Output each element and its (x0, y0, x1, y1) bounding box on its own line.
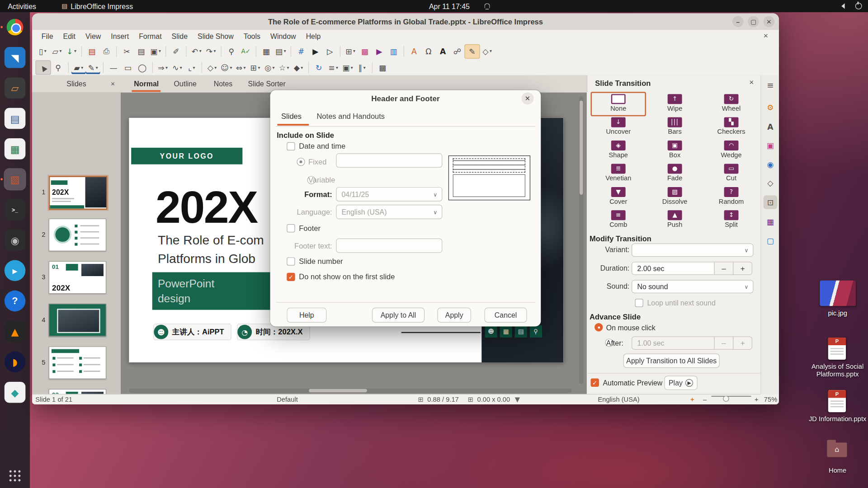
dialog-tab-slides[interactable]: Slides (281, 113, 302, 121)
basic-shapes-icon[interactable]: ◇ (205, 61, 219, 74)
fixed-radio[interactable] (297, 158, 305, 166)
transition-bars[interactable]: |||Bars (648, 116, 702, 138)
zoom-in-button[interactable]: + (755, 396, 759, 404)
curve-icon[interactable]: ∿ (170, 61, 184, 74)
menu-insert[interactable]: Insert (106, 30, 134, 42)
apply-button[interactable]: Apply (437, 308, 471, 323)
writer-icon[interactable]: ▤ (5, 108, 26, 129)
desktop-icon-analysis-pptx[interactable]: P (828, 338, 846, 360)
insert-table-icon[interactable]: ⊞ (343, 45, 358, 58)
display-views-icon[interactable]: ▤ (274, 45, 288, 58)
menu-tools[interactable]: Tools (239, 30, 265, 42)
footer-text-input[interactable] (336, 239, 442, 253)
automatic-preview-checkbox[interactable]: ✓ (591, 379, 599, 387)
zoom-out-button[interactable]: – (703, 396, 707, 404)
menu-slideshow[interactable]: Slide Show (193, 30, 239, 42)
tab-slide-sorter[interactable]: Slide Sorter (245, 79, 289, 89)
activities-button[interactable]: Activities (8, 2, 36, 10)
slide-thumbnail-4[interactable] (49, 304, 106, 336)
apply-transition-all-button[interactable]: Apply Transition to All Slides (623, 353, 720, 368)
not-first-slide-checkbox[interactable]: ✓ (287, 273, 295, 281)
close-button[interactable]: ✕ (764, 16, 774, 27)
insert-image-icon[interactable]: ▩ (358, 45, 372, 58)
helplines-icon[interactable]: # (294, 45, 308, 58)
after-input[interactable]: 1.00 sec (632, 336, 715, 349)
document-modified-icon[interactable]: ▼ (515, 396, 520, 404)
sidebar-styles-icon[interactable]: A (764, 119, 778, 133)
footer-checkbox[interactable] (287, 224, 295, 232)
ellipse-icon[interactable]: ◯ (135, 61, 150, 74)
sidebar-animation-icon[interactable]: ▦ (764, 215, 778, 229)
desktop-label-jd[interactable]: JD Information.pptx (804, 415, 868, 422)
sidebar-master-slides-icon[interactable]: ▢ (764, 234, 778, 248)
slide-thumbnail-1[interactable]: 202X (49, 176, 108, 210)
play-button[interactable]: Play ▶ (664, 375, 697, 390)
insert-media-icon[interactable]: ▶ (372, 45, 387, 58)
desktop-icon-home-folder[interactable]: ⌂ (827, 443, 847, 460)
on-mouse-click-radio[interactable] (594, 323, 603, 331)
insert-line-icon[interactable]: — (106, 61, 121, 74)
symbol-shapes-icon[interactable]: ☺ (219, 61, 234, 74)
transition-comb[interactable]: ≡Comb (592, 209, 645, 231)
show-draw-functions-icon[interactable]: ✎ (464, 44, 480, 58)
vscode-icon[interactable]: ◥ (5, 47, 26, 68)
slide-thumbnail-2[interactable] (49, 219, 106, 251)
menu-view[interactable]: View (80, 30, 106, 42)
variant-select[interactable] (632, 244, 753, 257)
redo-icon[interactable]: ↷ (204, 45, 218, 58)
menu-window[interactable]: Window (265, 30, 301, 42)
transition-box[interactable]: ▣Box (648, 140, 702, 162)
panel-close-icon[interactable]: ✕ (749, 79, 754, 86)
transition-random[interactable]: ?Random (705, 186, 758, 208)
insert-textbox-icon[interactable]: A (407, 45, 421, 58)
transition-shape[interactable]: ◈Shape (592, 140, 645, 162)
horizontal-scrollbar[interactable] (129, 389, 572, 393)
transition-split[interactable]: ↕Split (705, 209, 758, 231)
special-character-icon[interactable]: Ω (421, 45, 436, 58)
transition-checkers[interactable]: ▚Checkers (705, 116, 758, 138)
text-language[interactable]: English (USA) (598, 396, 639, 404)
dialog-tab-notes[interactable]: Notes and Handouts (316, 113, 385, 121)
help-icon[interactable]: ? (5, 291, 26, 312)
lines-arrows-icon[interactable]: ⇒ (156, 61, 170, 74)
transition-wipe[interactable]: ↑Wipe (648, 93, 702, 115)
paste-icon[interactable]: ▣ (148, 45, 163, 58)
print-icon[interactable]: ⎙ (99, 45, 113, 58)
notification-bell-icon[interactable] (484, 3, 490, 8)
transition-wheel[interactable]: ↻Wheel (705, 93, 758, 115)
focused-app-name[interactable]: LibreOffice Impress (71, 2, 133, 10)
slideshow-from-current-icon[interactable]: ▷ (323, 45, 337, 58)
align-objects-icon[interactable]: ≡ (326, 61, 340, 74)
cancel-button[interactable]: Cancel (484, 308, 527, 323)
loop-checkbox[interactable] (635, 299, 643, 307)
slides-panel-close-icon[interactable]: ✕ (110, 81, 115, 87)
transition-wedge[interactable]: ◠Wedge (705, 140, 758, 162)
desktop-icon-jd-pptx[interactable]: P (828, 390, 846, 412)
fill-color-icon[interactable]: ▰ (71, 61, 86, 74)
display-grid-icon[interactable]: ▦ (259, 45, 274, 58)
sidebar-navigator-icon[interactable]: ◉ (764, 157, 778, 171)
slide-thumbnail-3[interactable]: 01 202X (49, 261, 106, 294)
sidebar-slide-transition-icon[interactable]: ⊡ (764, 195, 778, 209)
clone-formatting-icon[interactable]: ✐ (169, 45, 183, 58)
desktop-label-analysis[interactable]: Analysis of Social Platforms.pptx (804, 362, 868, 378)
sidebar-shapes-icon[interactable]: ◇ (764, 176, 778, 190)
distribute-icon[interactable]: ∥ (355, 61, 369, 74)
select-icon[interactable]: ▲ (35, 60, 51, 75)
transition-push[interactable]: ▲Push (648, 209, 702, 231)
export-pdf-icon[interactable]: ▤ (85, 45, 99, 58)
duration-minus-button[interactable]: – (714, 262, 734, 275)
duration-plus-button[interactable]: + (733, 262, 752, 275)
menu-help[interactable]: Help (301, 30, 326, 42)
volume-icon[interactable] (841, 3, 844, 9)
sound-select[interactable]: No sound (632, 280, 753, 293)
menu-format[interactable]: Format (134, 30, 166, 42)
close-document-icon[interactable]: ✕ (758, 31, 773, 42)
menu-slide[interactable]: Slide (167, 30, 193, 42)
save-icon[interactable]: ↓ (64, 45, 79, 58)
dialog-close-icon[interactable]: ✕ (521, 92, 533, 104)
minimize-button[interactable]: – (732, 16, 743, 27)
copy-icon[interactable]: ▤ (134, 45, 148, 58)
desktop-icon-pic[interactable] (820, 281, 856, 306)
date-time-checkbox[interactable] (287, 142, 295, 150)
